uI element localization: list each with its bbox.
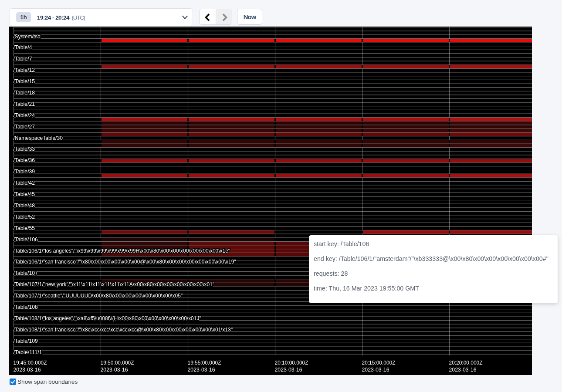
svg-text:/Table/106/1/"los angeles"/"\x: /Table/106/1/"los angeles"/"\x99\x99\x99… [13, 247, 230, 253]
svg-text:/Table/55: /Table/55 [13, 224, 35, 231]
svg-text:/Table/48: /Table/48 [13, 202, 35, 208]
svg-text:/Table/108/1/"los angeles"/"\x: /Table/108/1/"los angeles"/"\xa8\xf5\u00… [13, 314, 201, 321]
svg-text:/Table/108/1/"san francisco"/": /Table/108/1/"san francisco"/"\x8c\xcc\x… [13, 326, 233, 332]
svg-text:19:50:00.000Z: 19:50:00.000Z [101, 359, 134, 365]
svg-text:/Table/107: /Table/107 [13, 270, 37, 276]
svg-text:2023-03-16: 2023-03-16 [101, 366, 128, 372]
svg-text:/Table/42: /Table/42 [13, 179, 35, 186]
svg-text:19:55:00.000Z: 19:55:00.000Z [188, 359, 221, 365]
svg-text:/Table/33: /Table/33 [13, 145, 35, 152]
svg-text:/Table/45: /Table/45 [13, 191, 35, 197]
svg-text:/Table/109: /Table/109 [13, 337, 37, 344]
svg-text:/Table/15: /Table/15 [13, 78, 35, 84]
svg-text:/Table/36: /Table/36 [13, 157, 35, 163]
svg-text:20:10:00.000Z: 20:10:00.000Z [275, 359, 308, 365]
svg-text:/Table/111/1: /Table/111/1 [13, 348, 42, 355]
svg-text:/Table/24: /Table/24 [13, 112, 35, 118]
svg-text:/Table/18: /Table/18 [13, 89, 35, 96]
svg-text:/Table/106: /Table/106 [13, 236, 37, 242]
svg-text:/Table/12: /Table/12 [13, 67, 35, 73]
svg-text:2023-03-16: 2023-03-16 [362, 366, 389, 372]
svg-text:/Table/39: /Table/39 [13, 168, 35, 175]
svg-text:/Table/27: /Table/27 [13, 123, 35, 129]
svg-text:20:20:00.000Z: 20:20:00.000Z [449, 359, 483, 365]
svg-text:2023-03-16: 2023-03-16 [275, 366, 302, 372]
svg-text:/Table/7: /Table/7 [13, 55, 32, 62]
svg-text:/Table/106/1/"san francisco"/": /Table/106/1/"san francisco"/"\x80\x00\x… [13, 258, 236, 265]
svg-text:/Table/21: /Table/21 [13, 100, 35, 107]
svg-text:/NamespaceTable/30: /NamespaceTable/30 [13, 134, 62, 141]
svg-text:20:15:00.000Z: 20:15:00.000Z [362, 359, 396, 365]
svg-text:/Table/4: /Table/4 [13, 44, 32, 51]
svg-text:/Table/52: /Table/52 [13, 213, 35, 220]
svg-text:/System/tsd: /System/tsd [13, 33, 40, 39]
svg-text:2023-03-16: 2023-03-16 [449, 366, 477, 372]
svg-text:/Table/107/1/"new york"/"\x11\: /Table/107/1/"new york"/"\x11\x11\x11\x1… [13, 281, 214, 287]
svg-text:/Table/108: /Table/108 [13, 303, 37, 310]
svg-text:19:45:00.000Z: 19:45:00.000Z [14, 359, 47, 365]
svg-text:2023-03-16: 2023-03-16 [188, 366, 215, 372]
svg-text:/Table/107/1/"seattle"/"UUUUUU: /Table/107/1/"seattle"/"UUUUUUD\x00\x80\… [13, 292, 183, 299]
svg-text:2023-03-16: 2023-03-16 [14, 366, 41, 372]
